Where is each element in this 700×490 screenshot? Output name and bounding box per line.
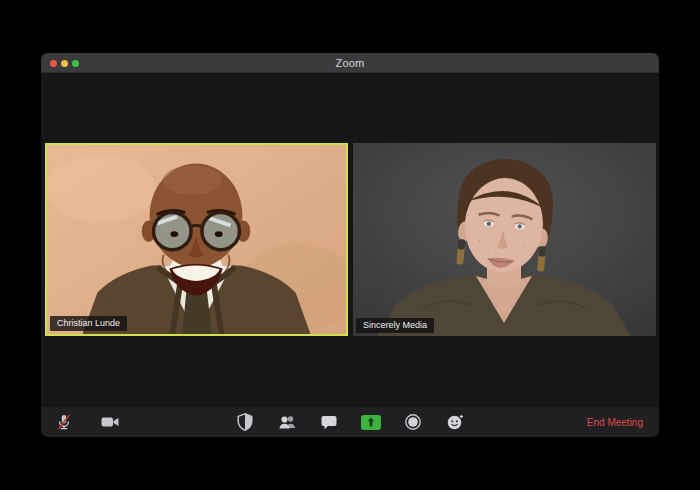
microphone-muted-icon — [54, 412, 74, 432]
reactions-button[interactable] — [445, 412, 465, 432]
video-grid: Christian Lunde — [41, 73, 659, 407]
video-tile-christian-lunde[interactable]: Christian Lunde — [45, 143, 348, 336]
chat-button[interactable] — [319, 412, 339, 432]
share-screen-pill — [361, 415, 381, 430]
toolbar-left-group — [54, 407, 120, 437]
titlebar: Zoom — [41, 53, 659, 73]
fullscreen-button[interactable] — [72, 60, 79, 67]
shield-icon — [235, 412, 255, 432]
close-button[interactable] — [50, 60, 57, 67]
participant-video-portrait — [353, 143, 656, 336]
participant-name-label: Sincerely Media — [356, 318, 434, 333]
mute-button[interactable] — [54, 412, 74, 432]
video-button[interactable] — [100, 412, 120, 432]
share-screen-button[interactable] — [361, 412, 381, 432]
traffic-lights — [50, 53, 79, 73]
minimize-button[interactable] — [61, 60, 68, 67]
participant-video-portrait — [47, 145, 346, 334]
reactions-smiley-icon — [445, 412, 465, 432]
people-icon — [277, 412, 297, 432]
record-circle-icon — [403, 412, 423, 432]
end-meeting-button[interactable]: End Meeting — [587, 407, 643, 437]
meeting-toolbar: End Meeting — [41, 407, 659, 437]
record-button[interactable] — [403, 412, 423, 432]
security-button[interactable] — [235, 412, 255, 432]
participants-button[interactable] — [277, 412, 297, 432]
chat-bubble-icon — [319, 412, 339, 432]
share-screen-arrow-icon — [365, 416, 377, 428]
window-title: Zoom — [41, 57, 659, 69]
camera-icon — [100, 412, 120, 432]
video-tile-sincerely-media[interactable]: Sincerely Media — [353, 143, 656, 336]
zoom-meeting-window: Zoom — [41, 53, 659, 437]
toolbar-center-group — [235, 407, 465, 437]
participant-name-label: Christian Lunde — [50, 316, 127, 331]
